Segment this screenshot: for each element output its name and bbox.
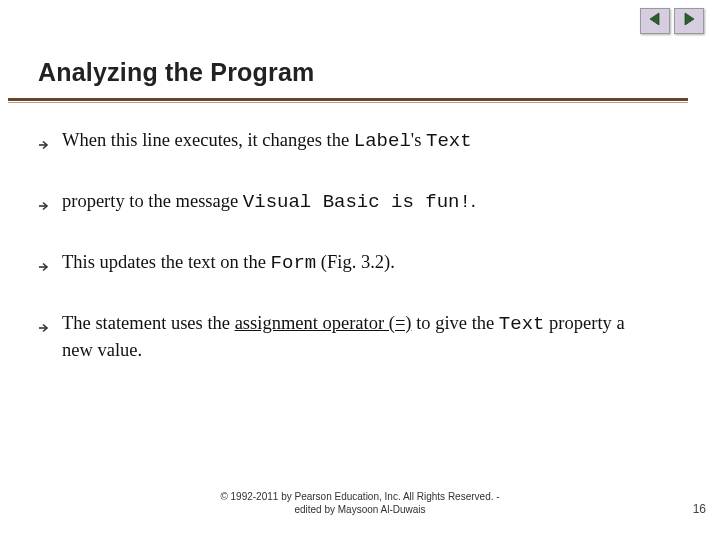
bullet-item: The statement uses the assignment operat…: [38, 311, 658, 363]
bullet-text: When this line executes, it changes the …: [62, 128, 658, 155]
triangle-left-icon: [647, 11, 663, 31]
bullet-text: This updates the text on the Form (Fig. …: [62, 250, 658, 277]
bullet-item: property to the message Visual Basic is …: [38, 189, 658, 219]
bullet-arrow-icon: [38, 255, 56, 280]
bullet-item: This updates the text on the Form (Fig. …: [38, 250, 658, 280]
copyright-line2: edited by Maysoon Al-Duwais: [294, 504, 425, 515]
bullet-arrow-icon: [38, 316, 56, 341]
bullet-arrow-icon: [38, 194, 56, 219]
copyright-line1: © 1992-2011 by Pearson Education, Inc. A…: [220, 491, 499, 502]
bullet-text: The statement uses the assignment operat…: [62, 311, 658, 363]
nav-arrows: [640, 8, 704, 34]
slide-title: Analyzing the Program: [38, 58, 314, 87]
triangle-right-icon: [681, 11, 697, 31]
title-underline: [8, 98, 688, 101]
slide-content: When this line executes, it changes the …: [38, 128, 658, 394]
bullet-arrow-icon: [38, 133, 56, 158]
nav-next-button[interactable]: [674, 8, 704, 34]
bullet-text: property to the message Visual Basic is …: [62, 189, 658, 216]
svg-marker-0: [650, 13, 659, 25]
bullet-item: When this line executes, it changes the …: [38, 128, 658, 158]
page-number: 16: [693, 502, 706, 516]
svg-marker-1: [685, 13, 694, 25]
copyright: © 1992-2011 by Pearson Education, Inc. A…: [0, 490, 720, 516]
nav-prev-button[interactable]: [640, 8, 670, 34]
